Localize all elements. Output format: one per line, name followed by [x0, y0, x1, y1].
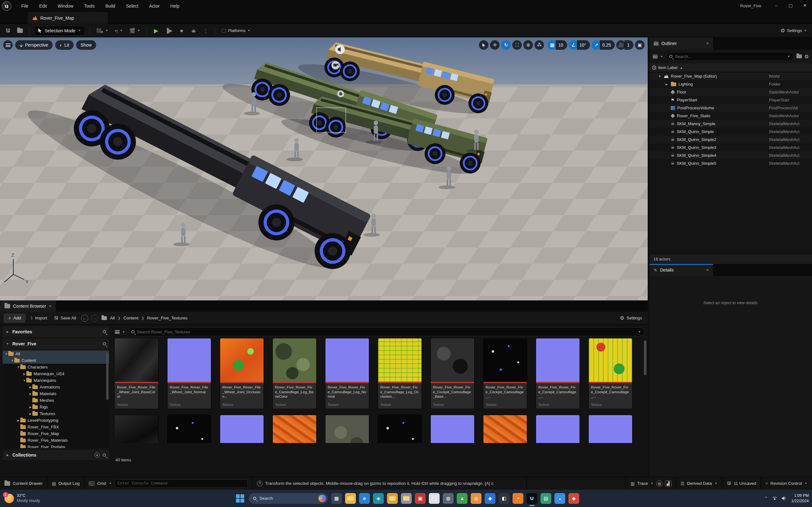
- tree-item-characters[interactable]: ▼Characters: [3, 364, 109, 371]
- collections-section[interactable]: ▶Collections +: [3, 450, 109, 460]
- start-button[interactable]: [235, 493, 246, 504]
- profiler-icon[interactable]: ▟: [665, 481, 671, 487]
- expander-icon[interactable]: ▼: [22, 379, 26, 382]
- menu-item-actor[interactable]: Actor: [144, 0, 165, 12]
- asset-grid-scrollbar[interactable]: [644, 340, 647, 375]
- outliner-row[interactable]: ☠SKM_Quinn_Simple2SkeletalMeshAct: [650, 135, 812, 144]
- surface-snap-button[interactable]: ⁂: [535, 40, 544, 50]
- view-mode-dropdown[interactable]: ◐Lit: [55, 40, 73, 50]
- asset-tile[interactable]: [536, 415, 579, 443]
- tree-item-mannequins[interactable]: ▼Mannequins: [3, 377, 109, 384]
- select-tool-button[interactable]: [479, 40, 489, 50]
- wifi-icon[interactable]: [772, 496, 777, 500]
- taskbar-app-unreal-editor[interactable]: U: [526, 493, 537, 504]
- import-button[interactable]: ⤵Import: [29, 316, 49, 320]
- taskbar-app-chrome-browser[interactable]: ◎: [471, 493, 481, 504]
- expander-icon[interactable]: ▼: [10, 359, 14, 362]
- asset-tile[interactable]: [378, 415, 421, 443]
- breadcrumb-rover_five_textures[interactable]: Rover_Five_Textures: [147, 316, 188, 320]
- project-section[interactable]: ▼Rover_Five: [3, 338, 109, 349]
- minimize-button[interactable]: –: [769, 0, 783, 11]
- output-log-button[interactable]: ▤ Output Log: [48, 477, 85, 490]
- add-button[interactable]: +Add: [4, 314, 26, 323]
- add-actor-dropdown[interactable]: ⬛+▼: [94, 26, 110, 36]
- translate-tool-button[interactable]: ✛: [490, 40, 500, 50]
- visibility-column-icon[interactable]: [652, 66, 656, 70]
- asset-tile[interactable]: Rover_Five_Rover_Five_Cockpit_Camouflage…: [589, 338, 632, 409]
- expander-icon[interactable]: ▼: [658, 75, 662, 78]
- asset-tile[interactable]: Rover_Five_Rover_Five_Cockpit_Camouflage…: [431, 338, 474, 409]
- editor-mode-dropdown[interactable]: Selection Mode ▼: [34, 26, 85, 36]
- asset-tile[interactable]: Rover_Five_Rover_File_Wheel_Joint_Normal…: [167, 338, 211, 409]
- scale-tool-button[interactable]: ⛶: [512, 40, 522, 50]
- asset-tile[interactable]: [484, 415, 527, 443]
- filter-icon[interactable]: [653, 55, 658, 58]
- sort-ascending-icon[interactable]: ▲: [680, 66, 683, 69]
- menu-item-build[interactable]: Build: [100, 0, 120, 12]
- volume-icon[interactable]: [782, 496, 786, 500]
- taskbar-app-app-blue[interactable]: ◆: [485, 493, 496, 504]
- asset-tile[interactable]: [273, 415, 316, 443]
- asset-tile[interactable]: Rover_Five_Rover_Five_Camouflage_Leg_Nor…: [325, 338, 369, 409]
- tab-outliner[interactable]: Outliner ×: [650, 38, 713, 49]
- asset-tile[interactable]: Rover_Five_Rover_Five_Cockpit_Camouflage…: [536, 338, 579, 409]
- stop-button[interactable]: ■: [177, 26, 186, 36]
- save-all-button[interactable]: 🖫Save All: [52, 316, 78, 320]
- taskbar-app-blender-app[interactable]: ◔: [513, 493, 523, 504]
- asset-tile[interactable]: [431, 415, 474, 443]
- save-button[interactable]: 🖫: [3, 26, 13, 36]
- outliner-row[interactable]: ☠SKM_Manny_SimpleSkeletalMeshAct: [650, 120, 812, 128]
- eject-button[interactable]: ⏏: [189, 26, 198, 36]
- taskbar-app-app-red-2[interactable]: ◆: [568, 493, 579, 504]
- asset-search-input[interactable]: Search Rover_Five_Textures ▼: [128, 327, 645, 336]
- tab-content-browser[interactable]: Content Browser ×: [0, 300, 56, 312]
- expander-icon[interactable]: ▶: [29, 392, 32, 395]
- perspective-dropdown[interactable]: ⬙Perspective: [15, 40, 53, 50]
- skip-button[interactable]: ▐▶: [163, 26, 174, 36]
- content-browser-settings-button[interactable]: ⚙Settings: [618, 315, 644, 321]
- outliner-row[interactable]: ☠SKM_Quinn_Simple4SkeletalMeshAct: [650, 152, 812, 159]
- taskbar-app-task-view[interactable]: ▦: [331, 493, 342, 504]
- tab-details[interactable]: ✎ Details ×: [650, 264, 713, 276]
- expander-icon[interactable]: ▶: [29, 386, 32, 389]
- tree-item-textures[interactable]: ▶Textures: [3, 410, 109, 417]
- rotate-tool-button[interactable]: ↻: [501, 40, 511, 50]
- search-icon[interactable]: [103, 342, 106, 345]
- unsaved-button[interactable]: 🖫 11 Unsaved: [722, 477, 761, 490]
- asset-tile[interactable]: Rover_Five_Rover_File_Wheel_Joint_BaseCo…: [115, 338, 158, 409]
- asset-tile[interactable]: Rover_Five_Rover_Five_Camouflage_Leg_Occ…: [378, 338, 421, 409]
- search-icon[interactable]: [103, 330, 106, 333]
- menu-item-window[interactable]: Window: [52, 0, 79, 12]
- path-folder-icon[interactable]: [101, 316, 107, 320]
- menu-item-select[interactable]: Select: [120, 0, 144, 12]
- chevron-down-icon[interactable]: ▼: [122, 331, 125, 333]
- tree-item-rigs[interactable]: ▶Rigs: [3, 404, 109, 410]
- asset-tile[interactable]: Rover_Five_Rover_Five_Camouflage_Leg_Bas…: [273, 338, 316, 409]
- outliner-search-input[interactable]: Search... ▼: [666, 52, 794, 61]
- viewport-options-menu[interactable]: [3, 40, 13, 50]
- derived-data-dropdown[interactable]: ☰ Derived Data▼: [676, 477, 722, 490]
- item-label-column-header[interactable]: Item Label: [658, 65, 677, 70]
- tab-level-map[interactable]: Rover_Five_Map: [28, 12, 108, 24]
- expander-icon[interactable]: ▼: [4, 352, 8, 355]
- taskbar-app-app-green-2[interactable]: ▤: [541, 493, 551, 504]
- asset-tile[interactable]: [115, 415, 158, 443]
- cmd-dropdown[interactable]: >_ Cmd ▼ Enter Console Command: [84, 477, 252, 490]
- cinematics-dropdown[interactable]: 🎬▼: [128, 26, 142, 36]
- asset-tile[interactable]: Rover_Five_Rover_Five_Cockpit_Camouflage…: [484, 338, 527, 409]
- tree-item-rover_five_map[interactable]: Rover_Five_Map: [3, 430, 109, 437]
- outliner-row[interactable]: ▶LightingFolder: [650, 80, 812, 88]
- filter-icon[interactable]: [115, 330, 119, 334]
- console-command-input[interactable]: Enter Console Command: [114, 480, 248, 488]
- platforms-dropdown[interactable]: 🖵 Platforms ▼: [219, 26, 252, 36]
- taskbar-app-app-blue-2[interactable]: ◒: [554, 493, 565, 504]
- new-folder-icon[interactable]: [797, 55, 802, 58]
- content-drawer-button[interactable]: Content Drawer: [0, 477, 48, 490]
- content-browser-button[interactable]: [15, 26, 25, 36]
- settings-dropdown[interactable]: ⚙ Settings ▼: [779, 26, 809, 36]
- taskbar-app-file-explorer[interactable]: [345, 493, 356, 504]
- tree-scrollbar[interactable]: [106, 352, 108, 400]
- camera-speed-value[interactable]: 1: [624, 40, 633, 50]
- outliner-row[interactable]: ☠SKM_Quinn_Simple5SkeletalMeshAct: [650, 159, 812, 167]
- menu-item-help[interactable]: Help: [165, 0, 185, 12]
